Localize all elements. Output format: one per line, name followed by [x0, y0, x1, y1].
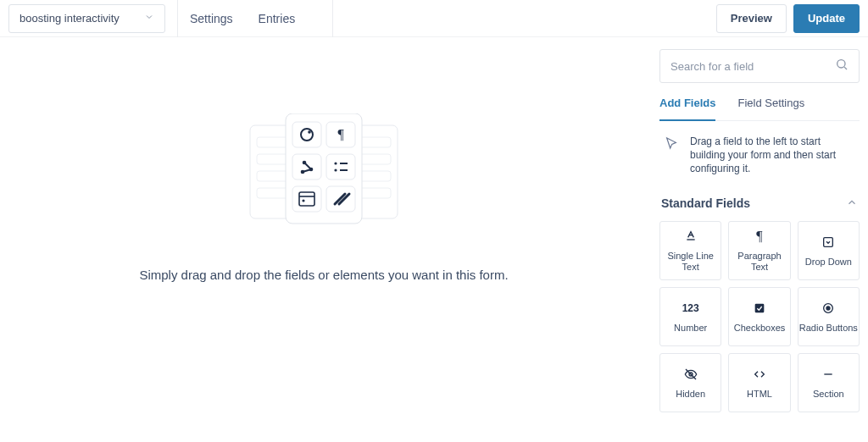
svg-rect-22	[326, 154, 355, 180]
field-checkboxes[interactable]: Checkboxes	[728, 287, 790, 346]
svg-rect-39	[755, 303, 765, 312]
field-number[interactable]: 123 Number	[659, 287, 721, 346]
form-canvas[interactable]: ¶	[0, 37, 648, 442]
pilcrow-icon: ¶	[756, 229, 762, 244]
svg-line-35	[844, 67, 847, 69]
svg-rect-38	[824, 237, 833, 246]
field-label: HTML	[747, 389, 772, 399]
field-paragraph-text[interactable]: ¶ Paragraph Text	[728, 221, 790, 280]
cursor-icon	[665, 135, 678, 176]
checkbox-icon	[753, 301, 766, 316]
form-selector-label: boosting interactivity	[19, 12, 120, 25]
text-icon	[684, 229, 698, 244]
svg-rect-16	[292, 154, 321, 180]
minus-icon	[821, 367, 835, 382]
code-icon	[753, 367, 766, 382]
field-radio-buttons[interactable]: Radio Buttons	[798, 287, 860, 346]
chevron-down-icon	[144, 12, 154, 25]
canvas-illustration: ¶	[243, 113, 404, 232]
field-label: Number	[674, 323, 707, 333]
section-label: Standard Fields	[661, 196, 750, 210]
field-label: Checkboxes	[734, 323, 786, 333]
field-single-line-text[interactable]: Single Line Text	[659, 221, 721, 280]
canvas-hint: Simply drag and drop the fields or eleme…	[139, 268, 508, 282]
search-field[interactable]	[659, 49, 860, 83]
svg-point-30	[302, 199, 304, 202]
svg-point-25	[334, 169, 337, 171]
search-icon	[835, 58, 849, 75]
field-label: Section	[813, 389, 844, 399]
section-standard-fields[interactable]: Standard Fields	[659, 193, 860, 221]
tab-add-fields[interactable]: Add Fields	[659, 97, 715, 121]
search-input[interactable]	[670, 60, 835, 73]
svg-point-23	[334, 162, 337, 164]
field-grid: Single Line Text ¶ Paragraph Text Drop D…	[659, 221, 860, 424]
radio-icon	[821, 301, 835, 316]
svg-rect-11	[292, 122, 321, 147]
preview-button[interactable]: Preview	[716, 4, 787, 33]
nav-settings[interactable]: Settings	[190, 12, 233, 25]
svg-point-34	[837, 60, 845, 68]
field-label: Single Line Text	[660, 251, 721, 271]
field-label: Drop Down	[805, 257, 852, 267]
field-label: Hidden	[676, 389, 705, 399]
panel-helper: Drag a field to the left to start buildi…	[659, 121, 860, 193]
chevron-up-icon	[846, 196, 858, 211]
update-button[interactable]: Update	[793, 4, 860, 33]
tab-field-settings[interactable]: Field Settings	[737, 97, 804, 120]
field-section[interactable]: Section	[798, 353, 860, 412]
panel-helper-text: Drag a field to the left to start buildi…	[690, 135, 856, 176]
separator	[177, 0, 178, 37]
field-label: Paragraph Text	[729, 251, 789, 271]
eye-off-icon	[684, 367, 698, 382]
svg-point-13	[308, 130, 311, 134]
nav-entries[interactable]: Entries	[259, 12, 296, 25]
field-label: Radio Buttons	[799, 323, 858, 333]
svg-text:¶: ¶	[337, 127, 344, 141]
top-bar: boosting interactivity Settings Entries …	[0, 0, 868, 37]
side-panel: Add Fields Field Settings Drag a field t…	[648, 37, 868, 442]
separator	[332, 0, 333, 37]
dropdown-icon	[821, 235, 835, 250]
panel-tabs: Add Fields Field Settings	[659, 97, 860, 121]
svg-point-41	[826, 307, 830, 310]
field-drop-down[interactable]: Drop Down	[798, 221, 860, 280]
svg-rect-27	[292, 186, 321, 212]
field-html[interactable]: HTML	[728, 353, 790, 412]
number-icon: 123	[682, 301, 699, 316]
field-hidden[interactable]: Hidden	[659, 353, 721, 412]
form-selector[interactable]: boosting interactivity	[8, 4, 165, 33]
